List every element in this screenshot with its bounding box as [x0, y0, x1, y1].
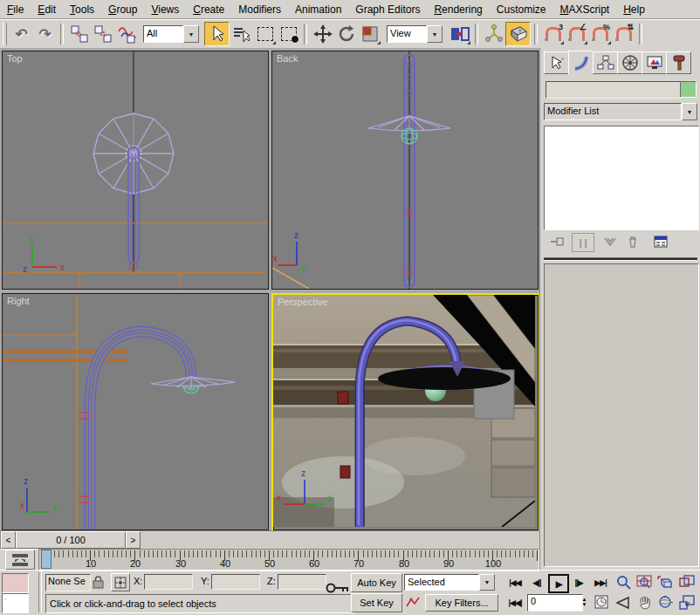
- menu-group[interactable]: Group: [101, 2, 144, 17]
- time-slider-handle[interactable]: 0 / 100: [16, 531, 126, 549]
- set-key-button[interactable]: Set Key: [351, 593, 402, 612]
- make-unique-button[interactable]: [600, 233, 621, 250]
- rollout-area[interactable]: [544, 263, 699, 567]
- tab-motion[interactable]: [617, 51, 642, 74]
- auto-key-button[interactable]: Auto Key: [351, 573, 402, 592]
- menu-modifiers[interactable]: Modifiers: [231, 2, 288, 17]
- viewport-top-label[interactable]: Top: [7, 53, 23, 64]
- dropdown-arrow-icon[interactable]: ▼: [479, 574, 495, 591]
- absolute-mode-transform-button[interactable]: [111, 573, 130, 591]
- arc-rotate-button[interactable]: [655, 594, 675, 611]
- previous-frame-button[interactable]: ◀||: [527, 575, 546, 591]
- tab-create[interactable]: [544, 51, 569, 74]
- toolbar-grip[interactable]: [3, 23, 7, 45]
- viewport-perspective[interactable]: Perspective: [271, 293, 540, 532]
- menu-maxscript[interactable]: MAXScript: [552, 2, 616, 17]
- dropdown-arrow-icon[interactable]: ▼: [183, 25, 199, 43]
- zoom-extents-button[interactable]: [655, 574, 675, 591]
- window-crossing-toggle-button[interactable]: [277, 23, 300, 45]
- select-by-name-button[interactable]: [230, 23, 253, 45]
- next-frame-arrow-button[interactable]: >: [126, 531, 141, 549]
- object-color-swatch[interactable]: [680, 81, 697, 98]
- select-and-scale-button[interactable]: [358, 23, 381, 45]
- configure-modifier-sets-button[interactable]: [650, 233, 671, 250]
- viewport-right-canvas[interactable]: z y x: [3, 294, 268, 530]
- menu-animation[interactable]: Animation: [288, 2, 348, 17]
- select-and-rotate-button[interactable]: [334, 23, 358, 45]
- x-coordinate-field[interactable]: [144, 574, 193, 590]
- selection-set-dropdown[interactable]: Selected ▼: [404, 574, 495, 591]
- menu-tools[interactable]: Tools: [63, 2, 101, 17]
- menu-customize[interactable]: Customize: [490, 2, 553, 17]
- play-animation-button[interactable]: ▶: [548, 574, 569, 593]
- dropdown-arrow-icon[interactable]: ▼: [427, 25, 443, 43]
- z-coordinate-field[interactable]: [278, 574, 326, 590]
- dropdown-arrow-icon[interactable]: ▼: [682, 103, 697, 120]
- use-pivot-point-center-button[interactable]: [448, 23, 471, 45]
- unlink-selection-button[interactable]: [91, 23, 114, 45]
- y-coordinate-field[interactable]: [211, 574, 260, 590]
- maxscript-mini-listener[interactable]: ': [2, 593, 29, 613]
- menu-graph-editors[interactable]: Graph Editors: [348, 2, 427, 17]
- selection-filter-dropdown[interactable]: All ▼: [143, 25, 199, 43]
- field-of-view-button[interactable]: [614, 594, 633, 611]
- bind-to-space-warp-button[interactable]: [114, 23, 138, 45]
- viewport-top[interactable]: Top: [2, 51, 269, 290]
- keyboard-shortcut-override-toggle-button[interactable]: T: [505, 22, 531, 46]
- named-selection-set-field[interactable]: None Se: [45, 574, 91, 591]
- open-mini-curve-editor-button[interactable]: [5, 550, 35, 570]
- zoom-extents-all-button[interactable]: [677, 574, 697, 591]
- pin-stack-button[interactable]: [547, 233, 568, 250]
- viewport-right-label[interactable]: Right: [7, 296, 30, 306]
- tab-hierarchy[interactable]: [593, 51, 618, 74]
- frame-spinner[interactable]: ▲ ▼: [580, 594, 589, 610]
- angle-snap-toggle-button[interactable]: ∠: [565, 23, 588, 45]
- menu-file[interactable]: File: [0, 2, 31, 17]
- menu-views[interactable]: Views: [144, 2, 186, 17]
- object-name-field[interactable]: [546, 81, 682, 99]
- default-in-out-tangents-button[interactable]: [404, 594, 422, 610]
- redo-button[interactable]: ↷: [33, 23, 57, 45]
- viewport-perspective-canvas[interactable]: z x y: [273, 295, 535, 527]
- menu-create[interactable]: Create: [186, 2, 231, 17]
- spinner-down-icon[interactable]: ▼: [582, 602, 587, 607]
- rectangular-selection-region-button[interactable]: [253, 23, 277, 45]
- undo-button[interactable]: ↶: [10, 23, 33, 45]
- viewport-top-canvas[interactable]: y x z: [3, 51, 268, 289]
- maxscript-mini-listener-macro[interactable]: [2, 573, 29, 593]
- key-filters-button[interactable]: Key Filters...: [425, 594, 498, 612]
- previous-frame-arrow-button[interactable]: <: [1, 531, 16, 549]
- pan-button[interactable]: [635, 594, 654, 611]
- time-configuration-button[interactable]: [593, 594, 610, 610]
- remove-modifier-button[interactable]: [622, 233, 643, 250]
- go-to-end-button[interactable]: ▶▶|: [590, 575, 611, 591]
- viewport-right[interactable]: Right: [2, 293, 269, 530]
- lamp-shade-wireframe[interactable]: [93, 113, 174, 194]
- select-and-move-button[interactable]: [311, 23, 334, 45]
- tab-utilities[interactable]: [666, 51, 691, 74]
- track-bar-ruler[interactable]: 0 10 20 30 40 50 60 70 80 90 100: [38, 549, 539, 571]
- viewport-back[interactable]: Back: [271, 51, 539, 290]
- go-to-start-button[interactable]: |◀◀: [504, 575, 525, 591]
- current-frame-marker[interactable]: [41, 550, 51, 569]
- percent-snap-toggle-button[interactable]: %: [588, 23, 612, 45]
- min-max-toggle-button[interactable]: [677, 594, 697, 611]
- lamp-shade-wireframe[interactable]: [151, 377, 235, 388]
- zoom-button[interactable]: [614, 574, 633, 591]
- spinner-snap-toggle-button[interactable]: ⇅: [612, 23, 635, 45]
- key-mode-toggle-button[interactable]: |◀◀|: [504, 595, 525, 611]
- select-and-manipulate-button[interactable]: [482, 23, 505, 45]
- viewport-back-label[interactable]: Back: [277, 53, 298, 64]
- menu-rendering[interactable]: Rendering: [427, 2, 489, 17]
- tab-display[interactable]: [642, 51, 667, 74]
- next-frame-button[interactable]: ||▶: [569, 575, 588, 591]
- selection-lock-toggle-button[interactable]: [90, 574, 106, 590]
- modifier-stack-list[interactable]: [544, 126, 699, 230]
- reference-coordinate-system-dropdown[interactable]: View ▼: [387, 25, 443, 43]
- select-object-button[interactable]: [204, 22, 230, 46]
- viewport-back-canvas[interactable]: z x y: [272, 51, 538, 289]
- viewport-perspective-label[interactable]: Perspective: [278, 297, 327, 307]
- tab-modify[interactable]: [568, 51, 594, 75]
- menu-edit[interactable]: Edit: [31, 2, 63, 17]
- zoom-all-button[interactable]: [635, 574, 654, 591]
